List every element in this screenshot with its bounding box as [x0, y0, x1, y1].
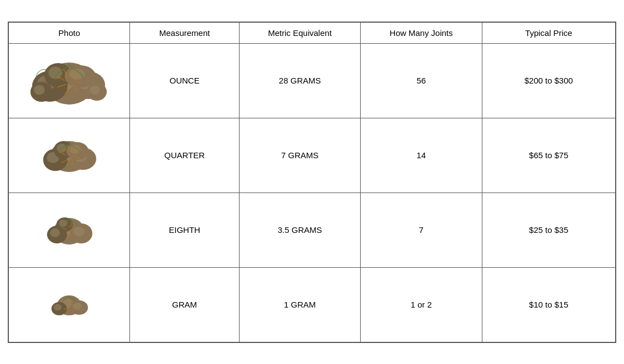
- table-row: OUNCE 28 GRAMS 56 $200 to $300: [9, 43, 616, 118]
- metric-cell-gram: 1 GRAM: [239, 267, 360, 342]
- price-cell-eighth: $25 to $35: [482, 193, 615, 267]
- svg-point-13: [90, 85, 100, 94]
- header-metric: Metric Equivalent: [239, 22, 360, 43]
- table-row: QUARTER 7 GRAMS 14 $65 to $75: [9, 118, 616, 193]
- photo-cell-gram: [9, 267, 130, 342]
- price-cell-gram: $10 to $15: [482, 267, 615, 342]
- joints-cell-ounce: 56: [361, 43, 482, 118]
- metric-cell-ounce: 28 GRAMS: [239, 43, 360, 118]
- svg-point-27: [50, 228, 60, 237]
- main-table-wrapper: Photo Measurement Metric Equivalent How …: [8, 22, 616, 343]
- table-row: GRAM 1 GRAM 1 or 2 $10 to $15: [9, 267, 616, 342]
- table-row: EIGHTH 3.5 GRAMS 7 $25 to $35: [9, 193, 616, 267]
- measurement-cell-ounce: OUNCE: [130, 43, 239, 118]
- measurement-cell-gram: GRAM: [130, 267, 239, 342]
- header-joints: How Many Joints: [361, 22, 482, 43]
- header-price: Typical Price: [482, 22, 615, 43]
- price-cell-quarter: $65 to $75: [482, 118, 615, 193]
- joints-cell-quarter: 14: [361, 118, 482, 193]
- price-cell-ounce: $200 to $300: [482, 43, 615, 118]
- header-photo: Photo: [9, 22, 130, 43]
- metric-cell-eighth: 3.5 GRAMS: [239, 193, 360, 267]
- photo-cell-eighth: [9, 193, 130, 267]
- svg-point-37: [73, 302, 82, 309]
- joints-cell-gram: 1 or 2: [361, 267, 482, 342]
- photo-cell-ounce: [9, 43, 130, 118]
- svg-point-11: [34, 85, 45, 95]
- measurement-cell-quarter: QUARTER: [130, 118, 239, 193]
- header-measurement: Measurement: [130, 22, 239, 43]
- joints-cell-eighth: 7: [361, 193, 482, 267]
- svg-point-29: [74, 226, 85, 236]
- header-row: Photo Measurement Metric Equivalent How …: [9, 22, 616, 43]
- cannabis-table: Photo Measurement Metric Equivalent How …: [8, 22, 616, 342]
- metric-cell-quarter: 7 GRAMS: [239, 118, 360, 193]
- measurement-cell-eighth: EIGHTH: [130, 193, 239, 267]
- photo-cell-quarter: [9, 118, 130, 193]
- svg-point-35: [54, 304, 61, 310]
